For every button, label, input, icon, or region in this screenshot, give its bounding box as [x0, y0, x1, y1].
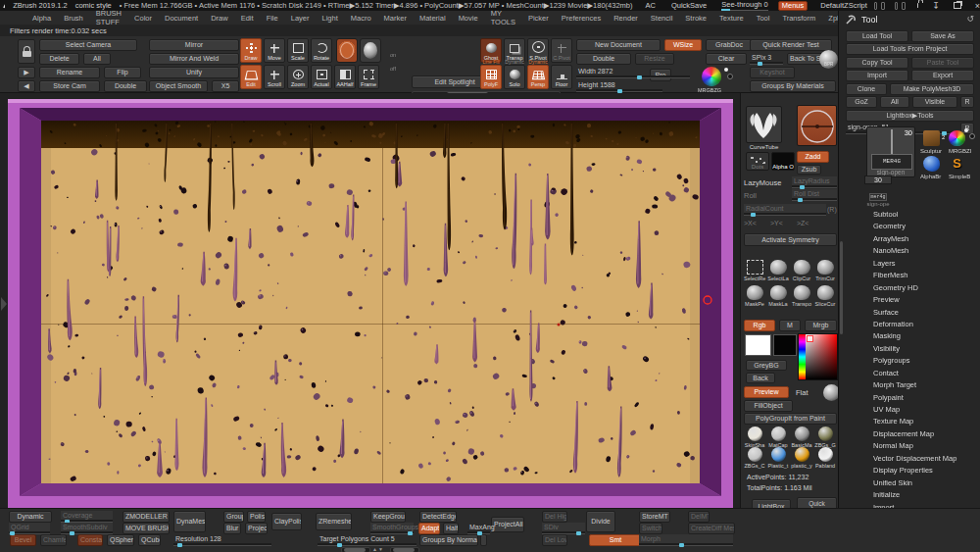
- subpalette-subtool[interactable]: Subtool: [839, 209, 980, 221]
- subpalette-fibermesh[interactable]: FiberMesh: [839, 270, 980, 281]
- subpalette-contact[interactable]: Contact: [839, 368, 980, 379]
- menu-item-alpha[interactable]: Alpha: [32, 14, 51, 23]
- previous-tool-thumbnail[interactable]: 30 mer4g sign-ope: [864, 176, 892, 207]
- active-color-well[interactable]: [336, 38, 358, 63]
- mode-button-persp[interactable]: Dynamic Persp: [527, 65, 549, 89]
- subpalette-displacement-map[interactable]: Displacement Map: [839, 428, 980, 440]
- subpalette-surface[interactable]: Surface: [839, 307, 980, 319]
- menu-item-macro[interactable]: Macro: [351, 14, 371, 23]
- quicksave-button[interactable]: QuickSave: [668, 1, 710, 10]
- material-zbgs-g[interactable]: ZBGs_G: [814, 427, 836, 448]
- menu-item-edit[interactable]: Edit: [241, 14, 254, 23]
- subpalette-deformation[interactable]: Deformation: [839, 319, 980, 330]
- mode-button-draw[interactable]: Draw: [240, 38, 262, 63]
- bottom-slider-smoothsubdiv[interactable]: SmoothSubdiv: [61, 523, 113, 534]
- subpalette-preview[interactable]: Preview: [839, 294, 980, 306]
- subpalette-masking[interactable]: Masking: [839, 330, 980, 342]
- tray-scrollbar[interactable]: [840, 241, 843, 334]
- active-material-well[interactable]: [360, 38, 381, 63]
- slider-handle[interactable]: [177, 543, 182, 547]
- tool-button-r[interactable]: R: [960, 96, 974, 108]
- mode-button-frame[interactable]: Frame: [358, 65, 379, 89]
- mode-button-c-pivot[interactable]: C.Pivot: [551, 38, 572, 63]
- menu-item-marker[interactable]: Marker: [384, 14, 407, 23]
- material-matcap[interactable]: MatCap: [767, 427, 789, 448]
- panel-toggle-icon[interactable]: [902, 2, 906, 10]
- bottom-slider-smoothgroups[interactable]: SmoothGroups: [370, 523, 414, 534]
- tray-toggle-icon[interactable]: [874, 2, 878, 10]
- mode-button-move[interactable]: Move: [264, 38, 285, 63]
- current-tool-thumbnail[interactable]: 30 MER4G sign-open: [866, 126, 915, 177]
- slider-handle[interactable]: [70, 531, 74, 535]
- mode-button-scale[interactable]: Scale: [287, 38, 309, 63]
- bottom-slider-qgrid[interactable]: QGrid: [9, 523, 50, 534]
- tool-button-load-tools-from-project[interactable]: Load Tools From Project: [846, 43, 974, 55]
- subpalette-normal-map[interactable]: Normal Map: [839, 440, 980, 452]
- tool-button-paste-tool[interactable]: Paste Tool: [911, 57, 974, 69]
- menu-item-transform[interactable]: Transform: [782, 14, 815, 23]
- bottom-slider-morph[interactable]: Morph: [639, 534, 733, 546]
- tray-toggle-icon[interactable]: [881, 2, 885, 10]
- mode-button-aahalf[interactable]: AAHalf: [334, 65, 356, 89]
- bottom-scrollbar-left[interactable]: [341, 547, 370, 552]
- menu-item-picker[interactable]: Picker: [528, 14, 549, 23]
- minimize-button[interactable]: ↧: [932, 1, 940, 11]
- tool-button-load-tool[interactable]: Load Tool: [846, 30, 908, 42]
- menu-item-movie[interactable]: Movie: [459, 14, 478, 23]
- mode-button-solo[interactable]: Dynamic Solo: [504, 65, 525, 89]
- mode-button-rotate[interactable]: Rotate: [311, 38, 332, 63]
- menu-item-document[interactable]: Document: [165, 14, 198, 23]
- sculptris-pro-icon[interactable]: [923, 130, 940, 146]
- mode-button-polyf[interactable]: Line Fill PolyF: [480, 65, 502, 89]
- document-canvas[interactable]: [0, 93, 740, 508]
- menu-item-preferences[interactable]: Preferences: [562, 14, 601, 23]
- tool-button-goz[interactable]: GoZ: [846, 96, 877, 108]
- bottom-scrollbar-right[interactable]: [390, 547, 419, 552]
- mode-button-floor[interactable]: Floor: [551, 65, 572, 89]
- material-pabland[interactable]: Pabland: [814, 447, 836, 469]
- bottom-slider-resolution-128[interactable]: Resolution 128: [173, 534, 271, 546]
- subpalette-layers[interactable]: Layers: [839, 258, 980, 270]
- slider-handle[interactable]: [576, 531, 581, 535]
- restore-button[interactable]: [954, 1, 961, 11]
- subpalette-uv-map[interactable]: UV Map: [839, 404, 980, 416]
- mode-button-scroll[interactable]: Scroll: [264, 65, 285, 89]
- menu-item-brush[interactable]: Brush: [64, 14, 83, 23]
- subpalette-geometry[interactable]: Geometry: [839, 221, 980, 232]
- material-zbgs-c[interactable]: ZBGs_C: [744, 447, 765, 469]
- mode-button-actual[interactable]: Actual: [311, 65, 332, 89]
- material-basicma[interactable]: BasicMa: [791, 427, 812, 448]
- menu-item-light[interactable]: Light: [321, 14, 337, 23]
- menu-item-draw[interactable]: Draw: [211, 14, 228, 23]
- bottom-slider-target-polygons-count-5[interactable]: Target Polygons Count 5: [318, 534, 416, 546]
- menu-item-tool[interactable]: Tool: [757, 14, 770, 23]
- bottom-slider-coverage[interactable]: Coverage: [61, 511, 113, 523]
- subpalette-display-properties[interactable]: Display Properties: [839, 465, 980, 477]
- slider-handle[interactable]: [477, 531, 482, 535]
- subpalette-initialize[interactable]: Initialize: [839, 489, 980, 501]
- close-button[interactable]: ×: [975, 1, 980, 11]
- material-skinsha[interactable]: SkinSha: [744, 427, 765, 448]
- tool-button-visible[interactable]: Visible: [912, 96, 957, 108]
- tool-button-lightbox-tools[interactable]: Lightbox▶Tools: [846, 110, 974, 122]
- see-through-slider[interactable]: See-through 0: [721, 0, 768, 11]
- tool-button-export[interactable]: Export: [911, 70, 974, 81]
- scroll-arrows-icon[interactable]: ▲▼: [372, 546, 384, 552]
- mrgbzgrabber-icon[interactable]: [702, 67, 721, 86]
- menu-item-file[interactable]: File: [267, 14, 278, 23]
- subpalette-arraymesh[interactable]: ArrayMesh: [839, 233, 980, 245]
- subpalette-vector-displacement-map[interactable]: Vector Displacement Map: [839, 453, 980, 465]
- mrgbzgrabber-tool-icon[interactable]: [949, 130, 965, 146]
- subpalette-geometry-hd[interactable]: Geometry HD: [839, 282, 980, 294]
- material-plastic-y[interactable]: plastic_y: [791, 447, 812, 469]
- tool-button-clone[interactable]: Clone: [846, 83, 887, 95]
- menu-item-color[interactable]: Color: [134, 14, 152, 23]
- menu-item-stencil[interactable]: Stencil: [651, 14, 673, 23]
- subpalette-unified-skin[interactable]: Unified Skin: [839, 477, 980, 489]
- subpalette-polygroups[interactable]: Polygroups: [839, 355, 980, 367]
- tool-button-import[interactable]: Import: [846, 70, 908, 81]
- menu-item-render[interactable]: Render: [613, 14, 638, 23]
- panel-toggle-icon[interactable]: [895, 2, 899, 10]
- bottom-slider-sdiv[interactable]: SDiv: [542, 523, 585, 534]
- menu-item-stroke[interactable]: Stroke: [685, 14, 707, 23]
